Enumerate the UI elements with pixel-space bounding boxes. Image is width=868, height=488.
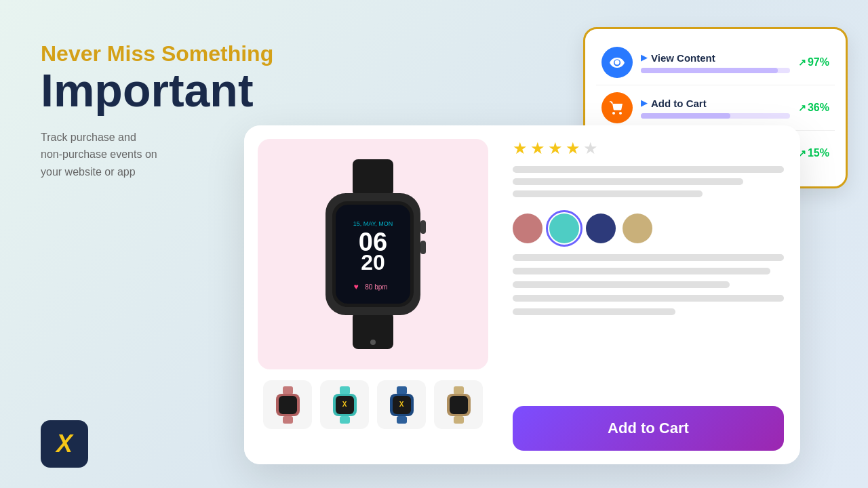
add-to-cart-button[interactable]: Add to Cart	[513, 406, 784, 451]
text-line-5	[513, 268, 770, 274]
percent-arrow-2: ↗	[798, 102, 806, 113]
stat-row-view-content: ▶ View Content ↗ 97%	[596, 40, 835, 85]
percent-arrow-1: ↗	[798, 57, 806, 68]
stat-bar-fill-1	[641, 68, 778, 73]
svg-rect-33	[454, 416, 464, 424]
svg-text:♥: ♥	[353, 282, 358, 291]
text-line-3	[513, 190, 703, 197]
text-line-8	[513, 308, 675, 315]
stat-row-add-to-cart: ▶ Add to Cart ↗ 36%	[596, 85, 835, 131]
svg-rect-24	[340, 416, 350, 424]
add-to-cart-icon	[601, 92, 633, 123]
svg-point-0	[615, 60, 620, 65]
svg-rect-30	[454, 386, 464, 394]
headline-main: Important	[41, 66, 312, 115]
main-image-bg: 15, MAY, MON 06 20 ♥ 80 bpm	[258, 139, 488, 369]
svg-text:X: X	[399, 401, 403, 408]
text-line-7	[513, 295, 784, 302]
stat-arrow-1: ▶	[641, 53, 647, 62]
percent-value-3: 15%	[808, 147, 829, 159]
swatch-mint[interactable]	[549, 214, 579, 243]
stat-arrow-2: ▶	[641, 98, 647, 108]
star-3: ★	[548, 139, 563, 158]
svg-rect-16	[283, 386, 293, 394]
thumb-2[interactable]: X	[320, 380, 369, 429]
stat-content-add-to-cart: ▶ Add to Cart	[641, 98, 790, 119]
swatch-gold[interactable]	[623, 214, 652, 243]
stat-bar-fill-2	[641, 113, 730, 119]
text-line-1	[513, 166, 784, 173]
svg-rect-25	[397, 386, 407, 394]
svg-rect-19	[283, 416, 293, 424]
svg-text:X: X	[342, 401, 347, 408]
svg-rect-32	[450, 396, 468, 414]
stat-label-1: View Content	[651, 52, 715, 64]
text-lines-group-1	[513, 166, 784, 203]
star-2: ★	[530, 139, 545, 158]
svg-text:20: 20	[361, 250, 385, 274]
svg-point-15	[370, 340, 376, 345]
text-line-6	[513, 281, 730, 288]
stat-bar-bg-2	[641, 113, 790, 119]
svg-rect-18	[279, 396, 297, 414]
thumb-1[interactable]	[263, 380, 312, 429]
product-card: 15, MAY, MON 06 20 ♥ 80 bpm	[244, 125, 800, 464]
text-line-4	[513, 254, 784, 261]
swatch-rose[interactable]	[513, 214, 542, 243]
svg-text:15, MAY, MON: 15, MAY, MON	[353, 220, 393, 227]
thumb-3[interactable]: X	[377, 380, 426, 429]
svg-rect-20	[340, 386, 350, 394]
stat-content-view-content: ▶ View Content	[641, 52, 790, 73]
headline-sub: Never Miss Something	[41, 41, 312, 66]
text-lines-group-2	[513, 254, 784, 395]
card-info: ★ ★ ★ ★ ★ Add to Cart	[502, 125, 800, 464]
thumb-4[interactable]	[434, 380, 483, 429]
logo-letter: X	[56, 430, 73, 458]
svg-rect-3	[353, 159, 393, 197]
star-1: ★	[513, 139, 528, 158]
stars: ★ ★ ★ ★ ★	[513, 139, 784, 158]
star-5: ★	[583, 139, 598, 158]
thumbnails: X X	[263, 380, 483, 429]
percent-value-1: 97%	[808, 56, 829, 68]
star-4: ★	[566, 139, 580, 158]
watch-image: 15, MAY, MON 06 20 ♥ 80 bpm	[298, 159, 448, 349]
stat-bar-bg-1	[641, 68, 790, 73]
stat-percent-1: ↗ 97%	[798, 56, 829, 68]
view-content-icon	[601, 47, 633, 78]
stat-label-2: Add to Cart	[651, 98, 707, 109]
color-swatches	[513, 214, 784, 243]
svg-text:80 bpm: 80 bpm	[365, 283, 387, 291]
text-line-2	[513, 178, 743, 185]
svg-rect-14	[420, 241, 426, 254]
svg-rect-13	[420, 220, 426, 234]
svg-rect-29	[397, 416, 407, 424]
card-image-area: 15, MAY, MON 06 20 ♥ 80 bpm	[244, 125, 502, 464]
logo: X	[41, 420, 88, 468]
stat-percent-3: ↗ 15%	[798, 147, 829, 159]
percent-value-2: 36%	[808, 102, 829, 114]
stat-percent-2: ↗ 36%	[798, 102, 829, 114]
swatch-navy[interactable]	[586, 214, 616, 243]
